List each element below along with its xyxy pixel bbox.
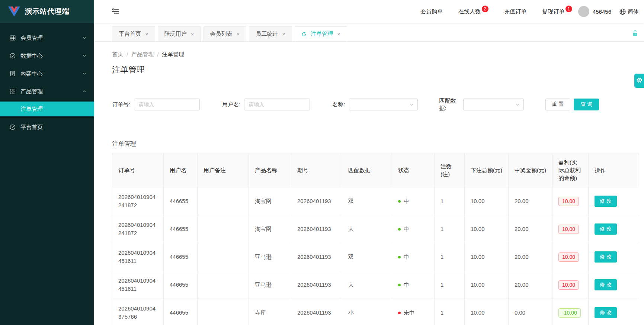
language-label: 简体 — [628, 8, 639, 15]
cell-prize: 20.00 — [509, 215, 552, 243]
cell-profit: 10.00 — [552, 271, 589, 299]
table-row: 202604010904451611446655亚马逊20260401193双中… — [112, 243, 639, 271]
sidebar-item-data-center[interactable]: 数据中心 — [0, 47, 94, 65]
cell-product: 淘宝网 — [249, 215, 291, 243]
topbar-item-member-purchase-orders[interactable]: 会员购单 — [420, 8, 443, 15]
tab-会员列表[interactable]: 会员列表× — [204, 26, 247, 41]
cell-status: 中 — [392, 187, 435, 215]
cell-bets: 1 — [435, 299, 465, 325]
cell-profit: 10.00 — [552, 243, 589, 271]
topbar-item-label: 在线人数 — [458, 8, 481, 15]
name-select[interactable] — [349, 99, 418, 110]
breadcrumb-item[interactable]: 首页 — [112, 51, 123, 58]
cell-remark — [198, 215, 249, 243]
language-switcher[interactable]: 简体 — [619, 8, 639, 15]
refresh-icon[interactable] — [301, 32, 307, 37]
sidebar-subitem-bet-order-management[interactable]: 注单管理 — [0, 102, 94, 116]
column-header: 注数(注) — [435, 153, 465, 187]
status-text: 中 — [404, 254, 409, 260]
table-row: 202604010904451611446655亚马逊20260401193大中… — [112, 271, 639, 299]
close-icon[interactable]: × — [191, 31, 194, 37]
edit-button[interactable]: 修 改 — [595, 279, 617, 290]
settings-drawer-handle[interactable] — [634, 74, 644, 88]
cell-period: 20260401193 — [291, 299, 342, 325]
cell-product: 亚马逊 — [249, 243, 291, 271]
topbar-item-recharge-orders[interactable]: 充值订单 — [504, 8, 526, 15]
profit-badge: -10.00 — [558, 308, 581, 318]
topbar-right: 会员购单在线人数2充值订单提现订单1 456456 简体 — [405, 6, 639, 17]
tab-注单管理[interactable]: 注单管理× — [295, 26, 347, 41]
cell-period: 20260401193 — [291, 215, 342, 243]
notification-badge: 2 — [482, 6, 488, 12]
cell-actions: 修 改 — [589, 187, 639, 215]
column-header: 用户备注 — [198, 153, 249, 187]
reset-button[interactable]: 重 置 — [545, 99, 571, 110]
tab-label: 会员列表 — [210, 30, 233, 38]
order-no-input[interactable] — [134, 99, 200, 110]
edit-button[interactable]: 修 改 — [595, 223, 617, 235]
edit-button[interactable]: 修 改 — [595, 196, 617, 207]
grid-icon — [10, 35, 16, 41]
username-label: 用户名: — [222, 101, 240, 108]
cell-order-no: 202604010904451611 — [112, 271, 164, 299]
filter-match-data: 匹配数据: — [439, 97, 524, 112]
app-root: 演示站代理端 会员管理数据中心内容中心产品管理注单管理平台首页 会员购单在线人数… — [0, 0, 644, 325]
logo: 演示站代理端 — [0, 0, 94, 23]
cell-remark — [198, 187, 249, 215]
edit-button[interactable]: 修 改 — [595, 307, 617, 318]
topbar-item-online-users[interactable]: 在线人数2 — [458, 8, 488, 15]
cell-status: 未中 — [392, 299, 435, 325]
cell-remark — [198, 271, 249, 299]
status-dot — [398, 200, 401, 203]
sidebar: 演示站代理端 会员管理数据中心内容中心产品管理注单管理平台首页 — [0, 0, 94, 325]
sidebar-collapse-icon[interactable] — [112, 8, 119, 15]
cell-period: 20260401193 — [291, 271, 342, 299]
username-input[interactable] — [244, 99, 310, 110]
cell-remark — [198, 299, 249, 325]
cell-product: 寺库 — [249, 299, 291, 325]
sidebar-item-content-center[interactable]: 内容中心 — [0, 65, 94, 83]
topbar-item-withdrawal-orders[interactable]: 提现订单1 — [542, 8, 572, 15]
page-title: 注单管理 — [112, 64, 644, 75]
sidebar-item-label: 平台首页 — [20, 124, 87, 131]
breadcrumb-item[interactable]: 产品管理 — [131, 51, 154, 58]
filter-order-no: 订单号: — [112, 99, 200, 110]
sidebar-submenu: 注单管理 — [0, 100, 94, 118]
cell-prize: 20.00 — [509, 271, 552, 299]
cell-username: 446655 — [164, 187, 198, 215]
edit-button[interactable]: 修 改 — [595, 251, 617, 263]
chevron-down-icon — [82, 36, 87, 40]
sidebar-item-member-management[interactable]: 会员管理 — [0, 29, 94, 47]
user-menu[interactable]: 456456 — [578, 6, 611, 17]
cell-order-no: 202604010904241872 — [112, 215, 164, 243]
tab-陪玩用户[interactable]: 陪玩用户× — [158, 26, 201, 41]
tab-label: 员工统计 — [256, 30, 278, 38]
search-button[interactable]: 查 询 — [574, 99, 599, 110]
close-icon[interactable]: × — [237, 31, 240, 37]
sidebar-item-label: 数据中心 — [20, 52, 82, 59]
cell-actions: 修 改 — [589, 215, 639, 243]
sidebar-item-platform-home[interactable]: 平台首页 — [0, 118, 94, 136]
cell-bets: 1 — [435, 271, 465, 299]
close-icon[interactable]: × — [337, 31, 340, 37]
profit-badge: 10.00 — [558, 252, 579, 262]
column-header: 匹配数据 — [342, 153, 392, 187]
sidebar-item-product-management[interactable]: 产品管理 — [0, 83, 94, 100]
topbar-item-label: 充值订单 — [504, 8, 526, 15]
column-header: 下注总额(元) — [465, 153, 509, 187]
status-dot — [398, 228, 401, 231]
close-icon[interactable]: × — [282, 31, 285, 37]
status-text: 中 — [404, 281, 409, 288]
unlock-icon[interactable] — [632, 30, 638, 36]
chevron-down-icon — [82, 71, 87, 76]
close-icon[interactable]: × — [145, 31, 148, 37]
order-no-label: 订单号: — [112, 101, 130, 108]
status-dot — [398, 312, 401, 314]
breadcrumb-item: 注单管理 — [162, 51, 184, 58]
filter-bar: 订单号: 用户名: 名称: 匹配数据: — [112, 97, 644, 112]
match-data-select[interactable] — [463, 99, 524, 110]
tab-平台首页[interactable]: 平台首页× — [112, 26, 155, 41]
chevron-up-icon — [82, 89, 87, 94]
tab-员工统计[interactable]: 员工统计× — [249, 26, 292, 41]
dashboard-icon — [10, 124, 16, 130]
